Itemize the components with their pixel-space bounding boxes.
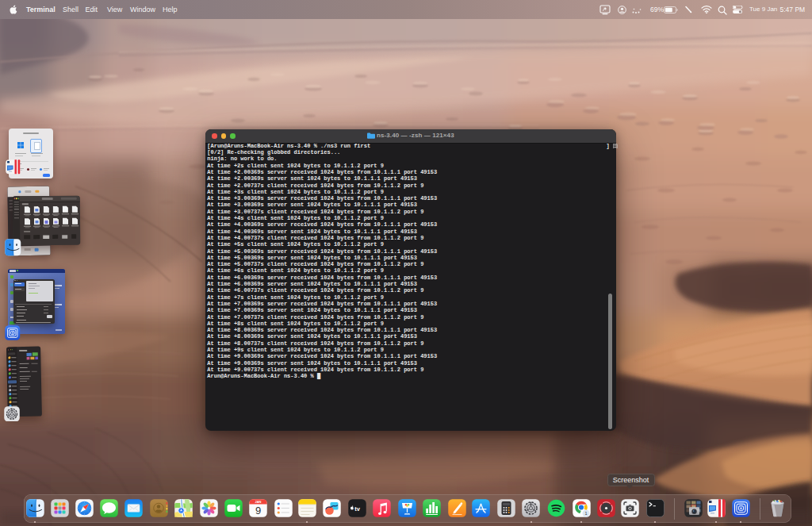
- svg-text:9: 9: [255, 505, 261, 516]
- svg-text:JAN: JAN: [255, 500, 261, 504]
- svg-text:tv: tv: [354, 505, 360, 513]
- svg-text:1: 1: [585, 511, 588, 516]
